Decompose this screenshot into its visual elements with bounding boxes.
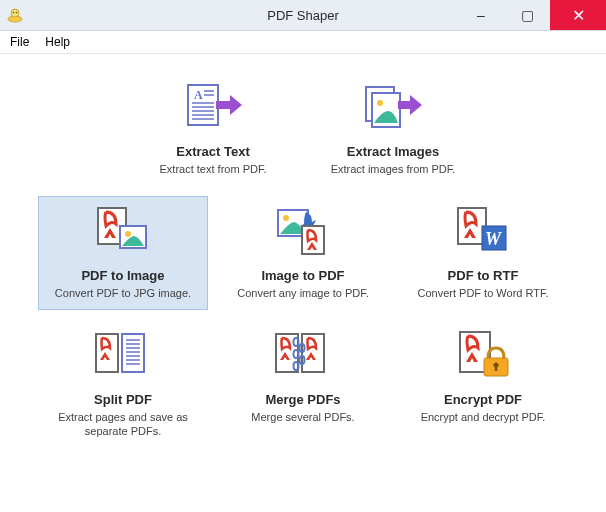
tool-encrypt-pdf[interactable]: Encrypt PDF Encrypt and decrypt PDF. [398,320,568,447]
tool-title: Merge PDFs [224,392,382,407]
split-pdf-icon [44,326,202,388]
menu-file[interactable]: File [2,33,37,51]
tool-desc: Merge several PDFs. [224,411,382,424]
extract-images-icon [314,78,472,140]
close-button[interactable]: ✕ [550,0,606,30]
svg-point-20 [283,215,289,221]
tool-desc: Extract text from PDF. [134,163,292,176]
tool-title: Encrypt PDF [404,392,562,407]
tool-extract-text[interactable]: A Extract Text Extract text from PDF. [128,72,298,186]
tool-title: PDF to RTF [404,268,562,283]
tool-desc: Extract images from PDF. [314,163,472,176]
tool-desc: Encrypt and decrypt PDF. [404,411,562,424]
tool-title: Split PDF [44,392,202,407]
pdf-to-rtf-icon: W [404,202,562,264]
tool-pdf-to-rtf[interactable]: W PDF to RTF Convert PDF to Word RTF. [398,196,568,310]
tool-merge-pdfs[interactable]: Merge PDFs Merge several PDFs. [218,320,388,447]
tool-row-3: Split PDF Extract pages and save as sepa… [28,320,578,447]
tool-extract-images[interactable]: Extract Images Extract images from PDF. [308,72,478,186]
svg-point-3 [16,12,18,14]
minimize-button[interactable]: – [458,0,504,30]
menubar: File Help [0,31,606,54]
tool-desc: Convert any image to PDF. [224,287,382,300]
merge-pdfs-icon [224,326,382,388]
image-to-pdf-icon [224,202,382,264]
tool-pdf-to-image[interactable]: PDF to Image Convert PDF to JPG image. [38,196,208,310]
tool-title: PDF to Image [44,268,202,283]
tool-title: Extract Images [314,144,472,159]
tool-split-pdf[interactable]: Split PDF Extract pages and save as sepa… [38,320,208,447]
svg-point-1 [11,9,19,17]
app-icon [6,6,24,24]
pdf-to-image-icon [44,202,202,264]
titlebar: PDF Shaper – ▢ ✕ [0,0,606,31]
tool-row-2: PDF to Image Convert PDF to JPG image. [28,196,578,310]
extract-text-icon: A [134,78,292,140]
svg-point-15 [377,100,383,106]
svg-point-2 [13,12,15,14]
encrypt-pdf-icon [404,326,562,388]
tool-row-1: A Extract Text Extract text from PDF. [28,72,578,186]
maximize-button[interactable]: ▢ [504,0,550,30]
tool-image-to-pdf[interactable]: Image to PDF Convert any image to PDF. [218,196,388,310]
svg-text:W: W [485,229,503,249]
tool-title: Extract Text [134,144,292,159]
tool-desc: Extract pages and save as separate PDFs. [44,411,202,437]
content-area: A Extract Text Extract text from PDF. [0,54,606,512]
svg-point-18 [125,231,131,237]
tool-desc: Convert PDF to Word RTF. [404,287,562,300]
tool-title: Image to PDF [224,268,382,283]
svg-text:A: A [194,88,203,102]
app-window: PDF Shaper – ▢ ✕ File Help A [0,0,606,512]
svg-rect-44 [495,366,497,371]
window-controls: – ▢ ✕ [458,0,606,30]
tool-desc: Convert PDF to JPG image. [44,287,202,300]
menu-help[interactable]: Help [37,33,78,51]
